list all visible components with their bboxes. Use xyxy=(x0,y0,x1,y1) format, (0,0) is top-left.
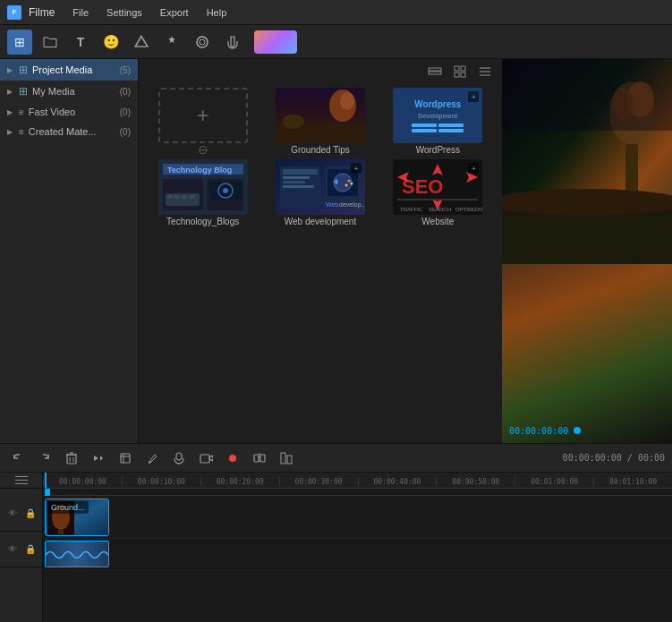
svg-rect-82 xyxy=(58,529,64,534)
svg-text:Technology Blog: Technology Blog xyxy=(167,166,232,175)
svg-rect-77 xyxy=(281,453,285,464)
svg-rect-6 xyxy=(429,72,441,74)
media-thumb: + Wordpress Development xyxy=(393,88,482,143)
ruler-spacer xyxy=(0,473,42,489)
mic-btn[interactable] xyxy=(168,447,190,469)
hamburger-btn[interactable] xyxy=(12,473,31,488)
audio-track[interactable] xyxy=(43,539,672,571)
crop-btn[interactable] xyxy=(115,447,136,469)
media-icon: ⊞ xyxy=(19,85,28,98)
delete-btn[interactable] xyxy=(61,447,82,469)
svg-rect-8 xyxy=(461,66,465,71)
video-track[interactable]: Ground... xyxy=(43,496,672,539)
audio-track-ctrl: 👁 🔒 xyxy=(0,532,42,567)
ruler-marks: 00:00:00:00 00:00:10:00 00:00:20:00 00:0… xyxy=(43,473,672,488)
tracks-area: Ground... xyxy=(43,489,672,571)
bottom-section: 00:00:00:00 / 00:00 👁 🔒 👁 🔒 xyxy=(0,443,672,622)
ruler-mark: 00:00:20:00 xyxy=(200,478,279,486)
sidebar-item-project-media[interactable]: ▶ ⊞ Project Media (5) xyxy=(0,59,138,81)
media-item-webdev[interactable]: Web develop... + Web development xyxy=(263,159,377,226)
toolbar-text[interactable]: T xyxy=(68,30,93,55)
svg-rect-75 xyxy=(260,455,265,462)
chart-btn[interactable] xyxy=(276,447,297,469)
video-clip[interactable]: Ground... xyxy=(45,498,109,536)
list-view-btn[interactable] xyxy=(475,62,495,81)
svg-rect-34 xyxy=(283,169,318,175)
sidebar-label: Created Mate... xyxy=(29,126,115,137)
svg-rect-7 xyxy=(455,66,459,71)
media-item-wordpress[interactable]: + Wordpress Development xyxy=(381,88,495,156)
media-item-seo[interactable]: SEO TRAFFIC SEARCH OPTIMIZATION + xyxy=(381,159,495,226)
toolbar-filter[interactable] xyxy=(129,30,154,55)
menu-export[interactable]: Export xyxy=(157,5,192,20)
redo-btn[interactable] xyxy=(34,447,55,469)
sidebar-count: (0) xyxy=(120,87,131,97)
lock-btn[interactable]: 🔒 xyxy=(23,507,38,521)
media-item-grounded[interactable]: + xyxy=(263,88,377,156)
svg-rect-5 xyxy=(429,68,441,71)
timeline-toolbar: 00:00:00:00 / 00:00 xyxy=(0,444,672,473)
menu-help[interactable]: Help xyxy=(203,5,231,20)
record-btn[interactable] xyxy=(222,447,243,469)
svg-point-45 xyxy=(345,184,347,187)
media-grid: + ⊖ + xyxy=(139,84,502,230)
playhead[interactable] xyxy=(45,473,47,488)
undo-btn[interactable] xyxy=(7,447,29,469)
ruler-mark: 00:00:50:00 xyxy=(436,478,515,486)
app-icon: F xyxy=(7,5,21,20)
audio-clip[interactable] xyxy=(45,541,109,567)
timeline-content[interactable]: 00:00:00:00 00:00:10:00 00:00:20:00 00:0… xyxy=(43,473,672,622)
toolbar-emoji[interactable]: 🙂 xyxy=(98,30,123,55)
sidebar-item-created-mate[interactable]: ▶ ≡ Created Mate... (0) xyxy=(0,122,138,141)
svg-rect-67 xyxy=(121,454,130,463)
lock-btn2[interactable]: 🔒 xyxy=(23,542,38,557)
preview-timecode: 00:00:00:00 xyxy=(509,426,568,436)
created-icon: ≡ xyxy=(19,127,24,137)
toolbar-audio[interactable] xyxy=(220,30,245,55)
draw-btn[interactable] xyxy=(141,447,163,469)
svg-point-18 xyxy=(283,115,304,129)
eye-btn2[interactable]: 👁 xyxy=(5,542,20,557)
svg-rect-37 xyxy=(283,185,314,188)
media-toolbar xyxy=(139,59,502,84)
forward-btn[interactable] xyxy=(88,447,109,469)
toolbar-effects[interactable] xyxy=(159,30,184,55)
toolbar-brand[interactable] xyxy=(254,30,297,54)
svg-rect-61 xyxy=(502,59,672,131)
camera-btn[interactable] xyxy=(195,447,217,469)
toolbar-folder[interactable] xyxy=(38,30,63,55)
fast-icon: ≡ xyxy=(19,107,24,117)
media-item-tech[interactable]: Technology Blog Technology_Bl xyxy=(146,159,259,226)
clip-label: Ground... xyxy=(47,501,89,514)
svg-point-3 xyxy=(200,39,205,45)
menu-file[interactable]: File xyxy=(69,5,92,20)
ruler-mark: 00:01:00:00 xyxy=(515,478,593,486)
sidebar-item-fast-video[interactable]: ▶ ≡ Fast Video (0) xyxy=(0,102,138,122)
media-label: Grounded Tips xyxy=(291,145,350,155)
sidebar-label: My Media xyxy=(32,86,115,97)
ruler-mark: 00:00:30:00 xyxy=(279,478,358,486)
split-btn[interactable] xyxy=(249,447,270,469)
media-label: Technology_Blogs xyxy=(166,217,239,226)
eye-btn[interactable]: 👁 xyxy=(5,507,20,521)
svg-rect-72 xyxy=(200,455,209,463)
menu-settings[interactable]: Settings xyxy=(103,5,146,20)
svg-text:SEARCH: SEARCH xyxy=(429,207,451,212)
media-label: WordPress xyxy=(416,145,460,155)
svg-text:SEO: SEO xyxy=(402,175,443,198)
layers-view-btn[interactable] xyxy=(425,62,445,81)
add-media-item[interactable]: + ⊖ xyxy=(146,88,259,156)
svg-text:TRAFFIC: TRAFFIC xyxy=(400,207,423,212)
svg-rect-27 xyxy=(189,195,194,199)
add-media-btn[interactable]: + xyxy=(158,88,248,143)
svg-point-43 xyxy=(347,180,350,183)
svg-point-31 xyxy=(223,188,228,193)
media-label: Web development xyxy=(285,217,356,226)
grid-view-btn[interactable] xyxy=(450,62,470,81)
timeline: 👁 🔒 👁 🔒 00:00:00:00 00:00:10:00 00:00:20… xyxy=(0,473,672,622)
sidebar-item-my-media[interactable]: ▶ ⊞ My Media (0) xyxy=(0,81,138,102)
toolbar-overlay[interactable] xyxy=(190,30,215,55)
toolbar-project[interactable]: ⊞ xyxy=(7,30,32,55)
svg-rect-9 xyxy=(455,72,459,77)
svg-text:OPTIMIZATION: OPTIMIZATION xyxy=(455,207,482,212)
